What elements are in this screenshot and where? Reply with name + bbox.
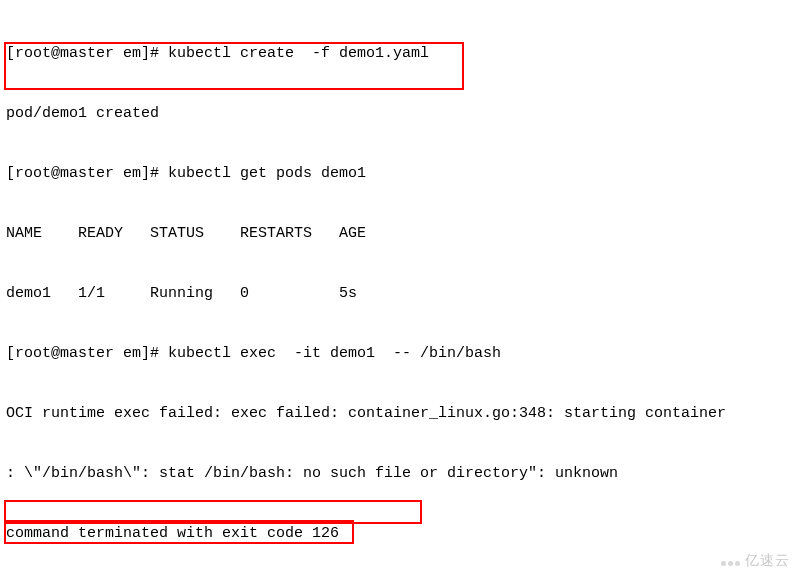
cmd-kubectl-exec-bash: [root@master em]# kubectl exec -it demo1… bbox=[6, 344, 794, 364]
table-row: demo1 1/1 Running 0 5s bbox=[6, 284, 794, 304]
terminal-output: [root@master em]# kubectl create -f demo… bbox=[0, 0, 800, 579]
cmd-kubectl-get-pods: [root@master em]# kubectl get pods demo1 bbox=[6, 164, 794, 184]
highlight-box-log-devel bbox=[4, 500, 422, 524]
output-pod-created: pod/demo1 created bbox=[6, 104, 794, 124]
error-line-1: OCI runtime exec failed: exec failed: co… bbox=[6, 404, 794, 424]
error-exit-code: command terminated with exit code 126 bbox=[6, 524, 794, 544]
table-header: NAME READY STATUS RESTARTS AGE bbox=[6, 224, 794, 244]
error-line-2: : \"/bin/bash\": stat /bin/bash: no such… bbox=[6, 464, 794, 484]
cmd-kubectl-create: [root@master em]# kubectl create -f demo… bbox=[6, 44, 794, 64]
